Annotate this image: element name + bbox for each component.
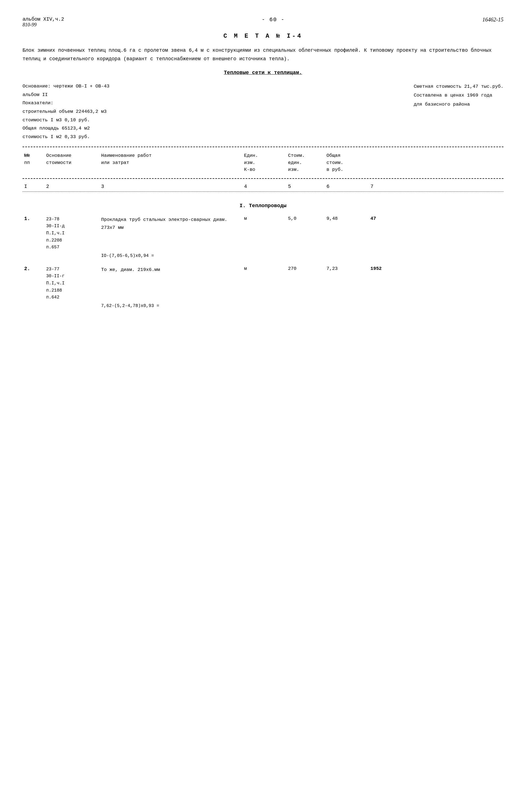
entry-1-unit: м xyxy=(242,215,286,222)
page-number: - 60 - xyxy=(261,16,285,23)
col-h1a: №№ xyxy=(24,152,43,159)
entry-2-total: 1952 xyxy=(369,265,418,272)
col-h3b: или затрат xyxy=(101,159,241,166)
entry-1-total: 47 xyxy=(369,215,418,222)
dashed-divider-1 xyxy=(22,147,504,147)
title-section: С М Е Т А № I-4 xyxy=(22,33,504,40)
entry-1-qty: 5,0 xyxy=(286,215,325,222)
table-row: 1. 23-78 30-II-д П.I,ч.I п.2208 п.657 Пр… xyxy=(22,215,504,252)
info-left: Основание: чертежи ОВ-I + ОВ-43 альбом I… xyxy=(22,82,109,141)
col-h4a: Един. xyxy=(244,152,285,159)
info-left-line5: стоимость I м3 0,10 руб. xyxy=(22,116,109,125)
info-left-line3: Показатели: xyxy=(22,99,109,107)
page-container: альбом XIV,ч.2 810-99 - 60 - 16462-15 С … xyxy=(22,16,504,309)
info-left-line1: Основание: чертежи ОВ-I + ОВ-43 xyxy=(22,82,109,91)
description-block: Блок зимних почвенных теплиц площ.6 га с… xyxy=(22,46,504,63)
entry-2-name: То же, диам. 219x6.мм xyxy=(100,265,242,275)
col-h6b: стоим. xyxy=(327,159,367,166)
entry-2-unit-cost: 7,23 xyxy=(325,265,369,272)
col-header-6: Общая стоим. в руб. xyxy=(325,151,369,174)
col-h5c: изм. xyxy=(288,166,323,173)
album-year: 810-99 xyxy=(22,22,64,28)
entry-2-qty: 270 xyxy=(286,265,325,272)
description-text: Блок зимних почвенных теплиц площ.6 га с… xyxy=(22,47,492,62)
info-right: Сметная стоимость 21,47 тыс.руб. Составл… xyxy=(414,82,504,141)
col-num-5: 5 xyxy=(286,183,325,190)
col-header-4: Един. изм. К-во xyxy=(242,151,286,174)
info-section: Основание: чертежи ОВ-I + ОВ-43 альбом I… xyxy=(22,82,504,141)
info-left-line2: альбом II xyxy=(22,91,109,99)
col-h6c: в руб. xyxy=(327,166,367,173)
doc-number: 16462-15 xyxy=(482,16,504,23)
col-h1b: пп xyxy=(24,159,43,166)
col-num-6: 6 xyxy=(325,183,369,190)
col-header-1: №№ пп xyxy=(22,151,45,167)
entry-2-basis: 23-77 30-II-г П.I,ч.I п.2188 п.642 xyxy=(45,265,100,302)
col-num-3: 3 xyxy=(100,183,242,190)
header-center: - 60 - xyxy=(261,16,285,23)
info-left-line4: строительный объем 224463,2 м3 xyxy=(22,107,109,116)
entry-1-num: 1. xyxy=(22,215,45,222)
entry-2-formula-row: 7,62-(5,2-4,78)x0,93 = xyxy=(22,303,504,309)
col-num-2: 2 xyxy=(45,183,100,190)
subtitle: Тепловые сети к теплицам. xyxy=(22,70,504,76)
info-right-line1: Сметная стоимость 21,47 тыс.руб. xyxy=(414,82,504,91)
info-right-line2: Составлена в ценах 1969 года xyxy=(414,91,504,100)
info-left-line6: Общая площадь 65123,4 м2 xyxy=(22,124,109,133)
entry-1-name: Прокладка труб стальных электро-сварных … xyxy=(100,215,242,232)
col-h4c: К-во xyxy=(244,166,285,173)
col-h2a: Основание xyxy=(46,152,98,159)
col-header-5: Стоим. един. изм. xyxy=(286,151,325,174)
table-row: 2. 23-77 30-II-г П.I,ч.I п.2188 п.642 То… xyxy=(22,265,504,302)
col-h4b: изм. xyxy=(244,159,285,166)
header-left: альбом XIV,ч.2 810-99 xyxy=(22,16,64,28)
dashed-divider-2 xyxy=(22,178,504,179)
header-row: альбом XIV,ч.2 810-99 - 60 - 16462-15 xyxy=(22,16,504,28)
table-header: №№ пп Основание стоимости Наименование р… xyxy=(22,151,504,174)
col-h5a: Стоим. xyxy=(288,152,323,159)
entry-1-unit-cost: 9,48 xyxy=(325,215,369,222)
album-number: альбом XIV,ч.2 xyxy=(22,16,64,22)
entry-1-formula-row: IO-(7,05-6,5)x0,94 = xyxy=(22,253,504,259)
entry-2-unit: м xyxy=(242,265,286,272)
col-num-4: 4 xyxy=(242,183,286,190)
info-left-line7: стоимость I м2 0,33 руб. xyxy=(22,133,109,141)
col-h6a: Общая xyxy=(327,152,367,159)
col-h5b: един. xyxy=(288,159,323,166)
col-header-3: Наименование работ или затрат xyxy=(100,151,242,167)
entry-2-formula: 7,62-(5,2-4,78)x0,93 = xyxy=(100,303,242,309)
column-numbers-row: I 2 3 4 5 6 7 xyxy=(22,183,504,192)
col-h3a: Наименование работ xyxy=(101,152,241,159)
entry-1-basis: 23-78 30-II-д П.I,ч.I п.2208 п.657 xyxy=(45,215,100,252)
col-header-2: Основание стоимости xyxy=(45,151,100,167)
entry-2-num: 2. xyxy=(22,265,45,272)
col-header-7 xyxy=(369,151,418,153)
entry-1-formula: IO-(7,05-6,5)x0,94 = xyxy=(100,253,242,259)
info-right-line3: для базисного района xyxy=(414,100,504,109)
col-h2b: стоимости xyxy=(46,159,98,166)
section-1-title: I. Теплопроводы xyxy=(22,203,504,209)
smeta-title: С М Е Т А № I-4 xyxy=(223,33,303,40)
col-num-7: 7 xyxy=(369,183,418,190)
col-num-1: I xyxy=(22,183,45,190)
